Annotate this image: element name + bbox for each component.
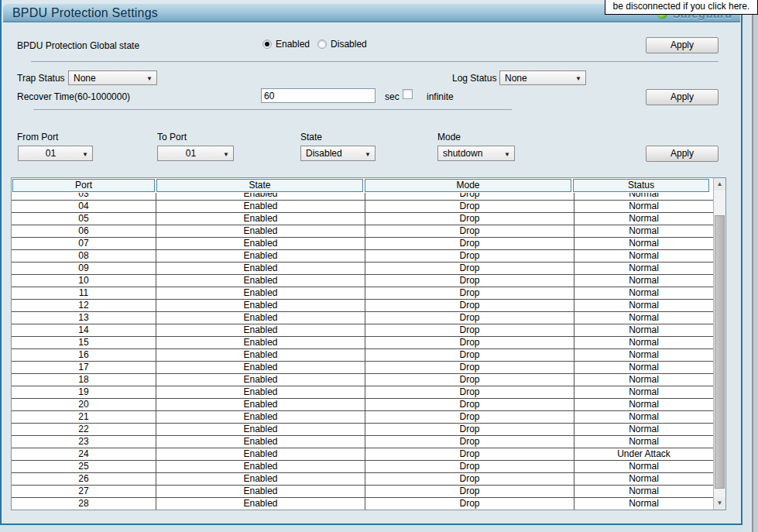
table-cell: Drop [365, 349, 575, 361]
table-row: 10EnabledDropNormal [12, 275, 713, 287]
page-title: BPDU Protection Settings [12, 6, 158, 20]
table-row: 07EnabledDropNormal [12, 238, 713, 250]
infinite-checkbox[interactable] [403, 89, 413, 99]
table-row: 19EnabledDropNormal [12, 386, 713, 399]
table-cell: Normal [575, 486, 713, 497]
column-header-port: Port [12, 179, 155, 192]
table-cell: 03 [12, 193, 156, 200]
table-cell: Normal [575, 300, 713, 311]
table-row: 24EnabledDropUnder Attack [12, 448, 713, 461]
global-state-radio-disabled[interactable] [317, 39, 327, 49]
state-label: State [300, 132, 322, 142]
table-cell: Enabled [156, 436, 365, 448]
table-cell: Normal [575, 349, 713, 361]
table-cell: Enabled [156, 386, 365, 398]
log-status-label: Log Status [452, 73, 496, 84]
mode-select[interactable]: shutdown ▼ [437, 146, 515, 161]
to-port-select[interactable]: 01 ▼ [157, 146, 234, 161]
window-far-edge [753, 0, 758, 532]
table-cell: 23 [12, 436, 156, 448]
table-row: 04EnabledDropNormal [12, 201, 713, 213]
log-status-value: None [505, 73, 527, 84]
table-cell: Drop [365, 411, 575, 423]
table-row: 28EnabledDropNormal [12, 498, 713, 510]
table-cell: 09 [12, 263, 156, 274]
radio-disabled-label: Disabled [331, 39, 367, 50]
global-state-apply-button[interactable]: Apply [646, 37, 719, 53]
table-cell: Normal [575, 193, 713, 200]
table-cell: Drop [365, 399, 575, 410]
table-cell: Enabled [156, 362, 365, 373]
table-cell: 11 [12, 287, 156, 299]
table-row: 16EnabledDropNormal [12, 349, 713, 362]
table-cell: Enabled [156, 399, 365, 410]
infinite-label: infinite [427, 91, 454, 102]
table-cell: 10 [12, 275, 156, 287]
table-cell: 20 [12, 399, 156, 410]
table-cell: Drop [365, 498, 575, 510]
table-cell: 16 [12, 349, 156, 361]
to-port-value: 01 [186, 148, 196, 159]
table-cell: Normal [575, 424, 713, 435]
table-cell: 07 [12, 238, 156, 249]
log-status-select[interactable]: None ▼ [499, 70, 586, 85]
recover-time-apply-button[interactable]: Apply [646, 89, 719, 105]
global-state-label: BPDU Protection Global state [17, 40, 139, 51]
table-cell: 27 [12, 486, 156, 497]
table-cell: Normal [575, 436, 713, 448]
trap-status-value: None [74, 73, 96, 84]
frame-border-right [741, 0, 743, 525]
table-cell: Under Attack [575, 448, 713, 460]
table-row: 26EnabledDropNormal [12, 473, 713, 486]
table-cell: Normal [575, 238, 713, 249]
table-row: 18EnabledDropNormal [12, 374, 713, 386]
scrollbar-down-arrow-icon[interactable]: ▼ [714, 497, 725, 510]
table-cell: Enabled [156, 374, 365, 386]
divider [33, 109, 512, 110]
table-cell: 06 [12, 225, 156, 237]
table-row: 25EnabledDropNormal [12, 461, 713, 473]
scrollbar-thumb[interactable] [715, 215, 725, 489]
table-cell: Drop [365, 436, 575, 448]
table-cell: 25 [12, 461, 156, 472]
table-scrollbar[interactable]: ▲ ▼ [713, 178, 725, 510]
table-cell: 14 [12, 324, 156, 336]
table-cell: Enabled [156, 312, 365, 324]
table-cell: Enabled [156, 275, 365, 287]
table-cell: Enabled [156, 263, 365, 274]
table-cell: Enabled [156, 448, 365, 460]
mode-label: Mode [437, 132, 461, 142]
table-cell: Normal [575, 225, 713, 237]
bpdu-protection-settings-page: BPDU Protection Settings Safeguard be di… [0, 0, 758, 532]
table-row: 03EnabledDropNormal [12, 193, 713, 201]
table-cell: Normal [575, 411, 713, 423]
radio-enabled-label: Enabled [276, 39, 310, 50]
table-cell: Drop [365, 386, 575, 398]
table-cell: Enabled [156, 337, 365, 348]
table-cell: Enabled [156, 498, 365, 510]
frame-border-left [0, 0, 2, 525]
recover-time-input[interactable] [261, 88, 376, 103]
table-body: 03EnabledDropNormal04EnabledDropNormal05… [12, 193, 713, 510]
chevron-down-icon: ▼ [82, 151, 88, 158]
table-cell: Normal [575, 399, 713, 410]
table-cell: Enabled [156, 486, 365, 497]
table-row: 06EnabledDropNormal [12, 225, 713, 238]
table-cell: Drop [365, 193, 575, 200]
table-row: 12EnabledDropNormal [12, 300, 713, 312]
from-port-select[interactable]: 01 ▼ [18, 146, 93, 161]
table-cell: Enabled [156, 324, 365, 336]
scrollbar-up-arrow-icon[interactable]: ▲ [714, 178, 725, 190]
table-row: 14EnabledDropNormal [12, 324, 713, 337]
table-row: 22EnabledDropNormal [12, 424, 713, 436]
port-form-apply-button[interactable]: Apply [646, 146, 719, 162]
table-cell: 18 [12, 374, 156, 386]
table-cell: Normal [575, 201, 713, 212]
state-select[interactable]: Disabled ▼ [300, 146, 376, 161]
table-cell: Enabled [156, 473, 365, 485]
frame-border-bottom [0, 523, 743, 525]
trap-status-select[interactable]: None ▼ [68, 70, 157, 85]
column-header-state: State [156, 179, 363, 192]
global-state-radio-enabled[interactable] [262, 39, 272, 49]
table-cell: Drop [365, 374, 575, 386]
